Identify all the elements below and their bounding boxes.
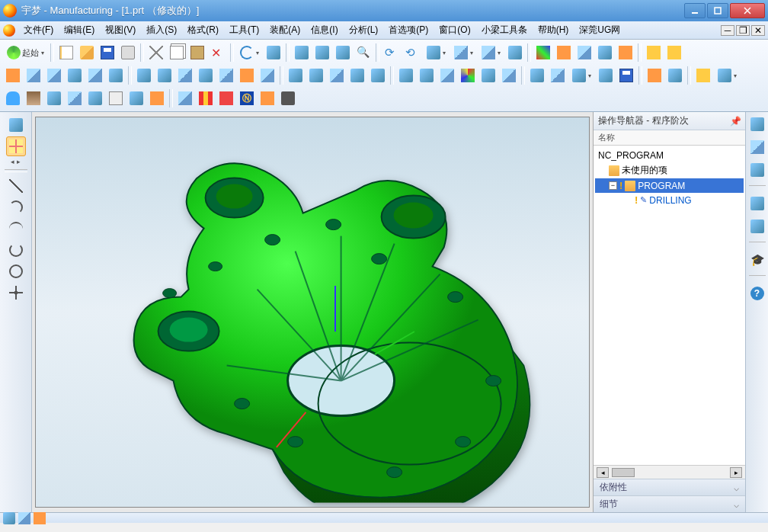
tb-r2-12[interactable]	[237, 66, 257, 85]
open-button[interactable]	[77, 43, 97, 62]
menu-edit[interactable]: 编辑(E)	[59, 21, 100, 39]
rd-part[interactable]	[748, 138, 766, 156]
start-button[interactable]: 起始▾	[3, 43, 48, 62]
scroll-right-button[interactable]: ▸	[730, 467, 742, 478]
tb-r3-6[interactable]	[106, 88, 126, 108]
tb-btn-csys3[interactable]	[574, 43, 594, 62]
copy-button[interactable]	[167, 43, 187, 62]
tb-r3-red[interactable]	[216, 88, 236, 108]
delete-button[interactable]: ✕	[208, 43, 228, 62]
lt-crosshair[interactable]	[6, 136, 26, 156]
tb-r2-26[interactable]	[548, 66, 568, 85]
print-button[interactable]	[118, 43, 138, 62]
tb-r2-10[interactable]	[196, 66, 216, 85]
tb-r2-25[interactable]	[527, 66, 547, 85]
tree-program[interactable]: − ! PROGRAM	[595, 178, 744, 193]
close-button[interactable]	[730, 3, 765, 18]
menu-format[interactable]: 格式(R)	[182, 21, 224, 39]
tb-btn-layer[interactable]: ▾	[423, 43, 450, 62]
tb-r3-8[interactable]	[147, 88, 167, 108]
menu-window[interactable]: 窗口(O)	[434, 21, 475, 39]
cut-button[interactable]	[146, 43, 166, 62]
rd-nav[interactable]	[748, 115, 766, 133]
tb-btn-sync[interactable]: ⟲	[402, 43, 422, 62]
rd-help[interactable]: ?	[748, 284, 766, 303]
tb-r3-7[interactable]	[126, 88, 146, 108]
tb-btn-wcs[interactable]	[505, 43, 525, 62]
nav-hscrollbar[interactable]: ◂ ▸	[594, 465, 745, 479]
tree-root[interactable]: NC_PROGRAM	[595, 149, 744, 162]
tb-r2-22[interactable]	[458, 66, 478, 85]
tb-r2-6[interactable]	[106, 66, 126, 85]
menu-help[interactable]: 帮助(H)	[533, 21, 574, 39]
menu-info[interactable]: 信息(I)	[306, 21, 343, 39]
tb-r2-24[interactable]	[499, 66, 519, 85]
tb-btn-csys1[interactable]	[533, 43, 553, 62]
tb-r3-3[interactable]	[44, 88, 64, 108]
menu-xiaoliang[interactable]: 小梁工具条	[476, 21, 533, 39]
tb-r2-1[interactable]	[3, 66, 23, 85]
tb-r2-19[interactable]	[396, 66, 416, 85]
collapse-icon[interactable]: −	[609, 181, 617, 190]
tb-r2-9[interactable]	[175, 66, 195, 85]
3d-viewport[interactable]	[35, 117, 590, 508]
tb-r2-21[interactable]	[437, 66, 457, 85]
minimize-button[interactable]	[684, 3, 706, 18]
tb-btn-csys5[interactable]	[616, 43, 635, 62]
menu-file[interactable]: 文件(F)	[18, 21, 59, 39]
tb-r2-32[interactable]	[693, 66, 713, 85]
tb-r2-4[interactable]	[65, 66, 85, 85]
tb-r3-cam[interactable]	[278, 88, 298, 108]
menu-ugnet[interactable]: 深莞UG网	[574, 21, 626, 39]
tb-btn-csys4[interactable]	[595, 43, 615, 62]
menu-assembly[interactable]: 装配(A)	[264, 21, 306, 39]
tb-r3-5[interactable]	[85, 88, 105, 108]
tb-r3-2[interactable]	[24, 88, 43, 108]
tb-r2-16[interactable]	[327, 66, 347, 85]
nav-dependency-section[interactable]: 依附性	[594, 479, 745, 495]
nav-details-section[interactable]: 细节	[594, 495, 745, 512]
tb-r3-flag[interactable]	[196, 88, 216, 108]
tb-r2-7[interactable]	[134, 66, 154, 85]
tb-r3-4[interactable]	[65, 88, 85, 108]
pin-icon[interactable]: 📌	[730, 116, 741, 127]
rd-res1[interactable]	[748, 194, 766, 213]
tb-btn-measure2[interactable]	[664, 43, 684, 62]
tb-r2-28[interactable]	[596, 66, 616, 85]
tb-r2-17[interactable]	[347, 66, 367, 85]
tb-r2-13[interactable]	[258, 66, 277, 85]
tb-btn-refresh[interactable]: ⟳	[382, 43, 402, 62]
menu-preferences[interactable]: 首选项(P)	[383, 21, 434, 39]
nav-column-header[interactable]: 名称	[594, 130, 745, 146]
tb-r2-31[interactable]	[665, 66, 685, 85]
tb-r2-18[interactable]	[368, 66, 388, 85]
lt-circle[interactable]	[6, 261, 26, 281]
tb-btn-a1[interactable]	[292, 43, 312, 62]
tb-btn-a2[interactable]	[312, 43, 332, 62]
rd-res2[interactable]	[748, 217, 766, 236]
tb-btn-csys2[interactable]	[554, 43, 574, 62]
scroll-left-button[interactable]: ◂	[597, 467, 609, 478]
menu-view[interactable]: 视图(V)	[100, 21, 141, 39]
undo-button[interactable]: ▾	[236, 43, 263, 62]
tb-r2-30[interactable]	[645, 66, 664, 85]
lt-arc2[interactable]	[6, 240, 26, 260]
paste-button[interactable]	[187, 43, 207, 62]
lt-select[interactable]	[6, 115, 26, 135]
rd-asm[interactable]	[748, 161, 766, 179]
tb-r2-15[interactable]	[306, 66, 326, 85]
new-button[interactable]	[56, 43, 76, 62]
mdi-restore-button[interactable]: ❐	[736, 25, 750, 36]
tb-r2-27[interactable]: ▾	[568, 66, 595, 85]
tb-r2-14[interactable]	[286, 66, 306, 85]
tb-btn-a3[interactable]	[333, 43, 353, 62]
tb-r3-9[interactable]	[175, 88, 195, 108]
tb-r3-text[interactable]	[258, 88, 277, 108]
tb-r3-1[interactable]	[3, 88, 23, 108]
lt-line[interactable]	[6, 176, 26, 196]
tb-r2-8[interactable]	[155, 66, 174, 85]
lt-point[interactable]	[6, 283, 26, 303]
tb-r2-23[interactable]	[478, 66, 498, 85]
tree-drilling[interactable]: ! ✎ DRILLING	[595, 193, 744, 207]
tb-r2-3[interactable]	[44, 66, 64, 85]
